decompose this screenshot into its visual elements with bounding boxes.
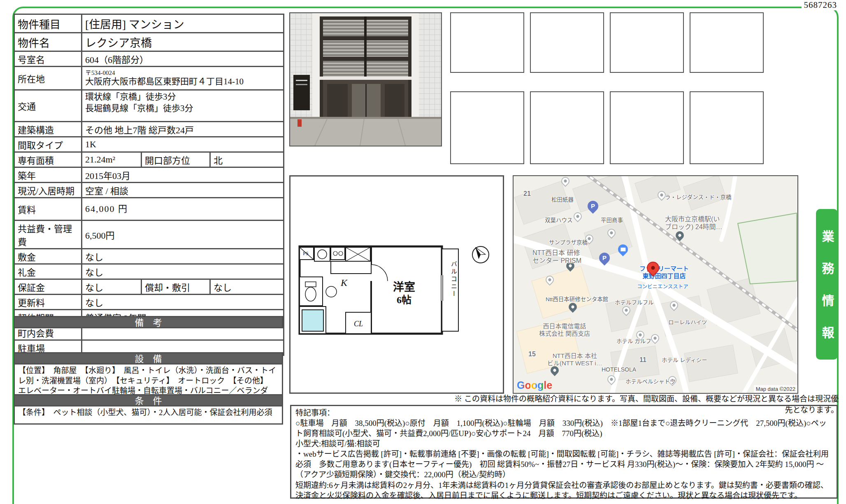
table-row: 交通 環状線「京橋」徒歩3分 長堀鶴見線「京橋」徒歩3分 [14,90,284,122]
table-row: 築年 2015年03月 [14,167,284,183]
field-value: 〒534-0024 大阪府大阪市都島区東野田町４丁目14-10 [82,67,284,90]
field-value: その他 地上7階 総戸数24戸 [82,122,284,137]
map-copyright: Map data ©2022 [754,385,797,393]
field-value: 1K [82,137,284,152]
business-info-tab[interactable]: 業務情報 [816,209,838,360]
map-label: ホテルベルシャトウ [625,379,676,385]
field-value: 空室 / 相談 [82,183,284,198]
field-label: 物件種目 [14,14,82,33]
photo-placeholder-6 [530,91,604,164]
photo-placeholder-2 [530,12,604,73]
table-row: 所在地 〒534-0024 大阪府大阪市都島区東野田町４丁目14-10 [14,67,284,90]
equipment-text: 【位置】 角部屋 【水廻り】 風呂・トイレ（水洗）・洗面台・バス・トイレ別・洗濯… [14,363,283,395]
table-row: 共益費・管理費 6,500円 [14,221,284,249]
special-notes-box: 特記事項： ○駐車場 月額 38,500円(税込)○原付 月額 1,100円(税… [290,405,838,499]
parking-letter: P [599,253,610,263]
remarks-section-header: 備 考 [14,316,283,328]
property-table: 物件種目 [住居用] マンション 物件名 レクシア京橋 号室名 604（6階部分… [14,14,284,356]
table-row: 更新料 なし [14,295,284,310]
parking-icon: P [586,199,601,214]
field-label: 共益費・管理費 [14,221,82,249]
document-number: 5687263 [802,0,840,10]
map-label: Ntt西日本研修センタ本館 [546,296,608,303]
field-value: なし [82,295,284,310]
field-label: 交通 [14,90,82,122]
field-label: 物件名 [14,33,82,51]
field-label: 間取タイプ [14,137,82,152]
building-photo [289,12,442,146]
parking-icon: P [597,251,612,266]
field-label: 開口部方位 [142,152,210,167]
table-row: 物件名 レクシア京橋 [14,33,284,51]
plan-closet-label: CL [354,320,363,328]
map-label: サンプラザ京橋 [549,239,588,246]
special-notes-paragraph: 短期違約:6ヶ月未満は総賃料の2ヶ月分、1年未満は総賃料の1ヶ月分賃貸保証会社の… [295,480,832,501]
table-row: 賃料 64,000 円 [14,198,284,221]
disclaimer-text: ※ この資料は物件の概略紹介資料になります。写真、間取図面、設備、概要などが現況… [453,393,839,415]
photo-placeholder-4 [690,12,764,73]
location-map: P P 21 松田紙器 双葉ハウス 平田商事 ラ・レジダンス・ド・京橋 大阪市立… [513,175,798,394]
map-label: ホテル ガルフ [616,338,651,345]
field-value: 6,500円 [82,221,284,249]
rent-value: 64,000 円 [82,198,284,221]
field-label: 築年 [14,167,82,183]
field-label: 保証金 [14,279,82,295]
field-value: なし [210,279,284,295]
table-row: 現況/入居時期 空室 / 相談 [14,183,284,198]
plan-room-size: 6帖 [397,295,411,305]
plan-room-label: 洋室 [393,281,415,293]
map-label: 西日本電信電話 株式会社 関西支店 [539,323,590,337]
business-info-tab-label: 業務情報 [818,210,836,358]
plan-ps-label: PS [303,251,308,256]
map-label: 平田商事 [601,217,623,224]
map-label: ホテル レディシー [662,357,707,364]
building-photo-illustration [290,13,441,146]
field-label: 専有面積 [14,152,82,167]
table-row: 専有面積 21.24m² 開口部方位 北 [14,152,284,167]
floor-plan-drawing: PS K 洋室 6帖 CL バルコニー [291,177,503,393]
map-label: NTT西日本 研修 センター PRISM [532,249,581,265]
map-label: コンビニエンスストア [637,284,688,290]
map-label: 大阪市立京橋駅(い ブロック) 24時間… [665,216,723,231]
map-block-number: 21 [523,190,531,198]
map-label: ローレルハイツ [668,319,707,326]
google-logo: Google [517,379,552,391]
field-label: 敷金 [14,249,82,264]
field-value: なし [82,264,284,279]
map-label: 双葉ハウス [545,217,573,224]
access-line2: 長堀鶴見線「京橋」徒歩3分 [85,102,280,114]
field-value: 21.24m² [82,152,142,167]
table-row: 号室名 604（6階部分） [14,51,284,67]
field-label: 所在地 [14,67,82,90]
field-label: 建築構造 [14,122,82,137]
postal-code: 〒534-0024 [85,70,280,77]
field-label: 礼金 [14,264,82,279]
field-value: なし [82,249,284,264]
table-row: 建築構造 その他 地上7階 総戸数24戸 [14,122,284,137]
field-value: 2015年03月 [82,167,284,183]
field-value: 北 [210,152,284,167]
field-label: 現況/入居時期 [14,183,82,198]
photo-placeholder-1 [450,12,524,73]
field-value: なし [82,279,142,295]
map-label: 松田紙器 [551,197,574,203]
field-label: 更新料 [14,295,82,310]
field-label: 賃料 [14,198,82,221]
floor-plan: PS K 洋室 6帖 CL バルコニー [289,175,504,394]
table-row: 礼金 なし [14,264,284,279]
photo-placeholder-3 [610,12,684,73]
conditions-section-header: 条 件 [14,394,283,406]
table-row: 保証金 なし 償却・敷引 なし [14,279,284,295]
table-row: 間取タイプ 1K [14,137,284,152]
field-label: 償却・敷引 [142,279,210,295]
conditions-text: 【条件】 ペット相談（小型犬、猫可）・2人入居可能・保証会社利用必須 [14,405,283,425]
map-label: NTT西日本 本社 ビル(NTT WEST i… [547,352,602,367]
parking-letter: P [588,201,598,211]
plan-balcony-label: バルコニー [450,261,457,298]
equipment-section-header: 設 備 [14,352,283,365]
table-row: 敷金 なし [14,249,284,264]
map-block-number: 11 [639,356,646,364]
field-label: 号室名 [14,51,82,67]
special-notes-paragraph: ・webサービス広告掲載 [許可]・転載事前連絡 [不要]・画像の転載 [可能]… [295,449,832,480]
field-value: [住居用] マンション [82,14,284,33]
